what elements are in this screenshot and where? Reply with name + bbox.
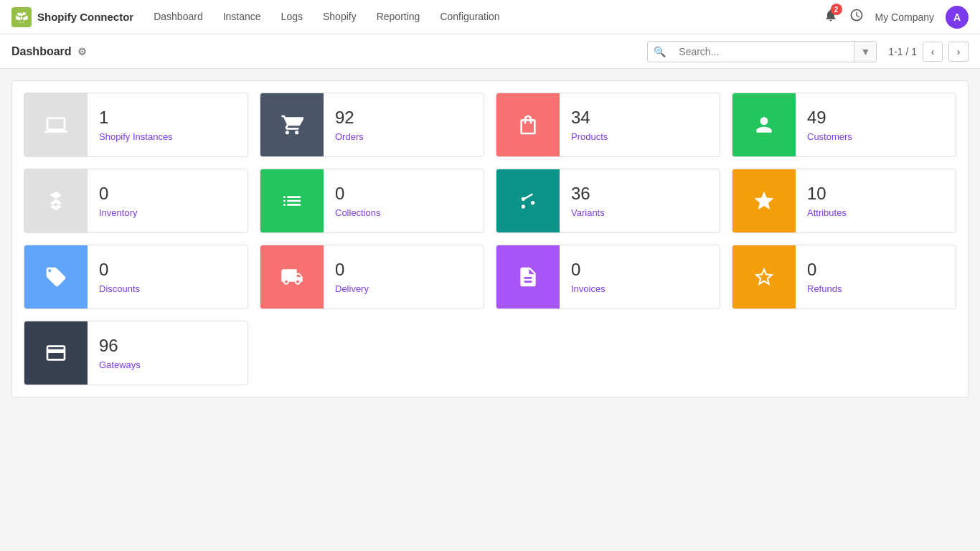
products-icon-block	[496, 93, 560, 156]
logo-icon	[11, 7, 32, 27]
refunds-body: 0Refunds	[796, 251, 956, 303]
discounts-icon-block	[24, 245, 88, 309]
shopify-instances-label: Shopify Instances	[99, 131, 173, 142]
page-title: Dashboard	[11, 45, 72, 58]
cards-grid: 1Shopify Instances92Orders34Products49Cu…	[24, 93, 956, 385]
orders-label: Orders	[335, 131, 364, 142]
search-dropdown-btn[interactable]: ▼	[854, 42, 876, 62]
settings-icon[interactable]: ⚙	[77, 46, 87, 57]
attributes-icon-block	[732, 169, 796, 232]
app-name: Shopify Connector	[37, 11, 133, 23]
navbar: Shopify Connector Dashboard Instance Log…	[0, 0, 980, 34]
attributes-count: 10	[807, 184, 826, 204]
card-delivery[interactable]: 0Delivery	[260, 245, 484, 309]
card-inventory[interactable]: 0Inventory	[24, 169, 248, 233]
card-variants[interactable]: 36Variants	[496, 169, 720, 233]
orders-body: 92Orders	[324, 99, 484, 151]
app-logo[interactable]: Shopify Connector	[11, 7, 133, 27]
card-products[interactable]: 34Products	[496, 93, 720, 157]
shopify-instances-body: 1Shopify Instances	[88, 99, 248, 151]
attributes-label: Attributes	[807, 207, 847, 218]
delivery-count: 0	[335, 260, 344, 281]
invoices-label: Invoices	[571, 283, 606, 294]
card-gateways[interactable]: 96Gateways	[24, 321, 248, 385]
prev-page-button[interactable]: ‹	[923, 42, 943, 62]
inventory-label: Inventory	[99, 207, 137, 218]
user-avatar[interactable]: A	[946, 6, 969, 29]
card-attributes[interactable]: 10Attributes	[732, 169, 956, 233]
variants-body: 36Variants	[560, 175, 720, 227]
dashboard-container: 1Shopify Instances92Orders34Products49Cu…	[11, 80, 969, 397]
next-page-button[interactable]: ›	[948, 42, 969, 62]
company-name[interactable]: My Company	[875, 11, 934, 23]
pagination: 1-1 / 1 ‹ ›	[888, 42, 969, 62]
gateways-count: 96	[99, 336, 118, 357]
card-customers[interactable]: 49Customers	[732, 93, 956, 157]
nav-dashboard[interactable]: Dashboard	[145, 0, 212, 34]
pagination-text: 1-1 / 1	[888, 46, 917, 57]
invoices-count: 0	[571, 260, 580, 281]
collections-icon-block	[260, 169, 324, 232]
shopify-instances-count: 1	[99, 108, 108, 128]
variants-count: 36	[571, 184, 590, 204]
clock-icon[interactable]	[849, 8, 864, 26]
search-input[interactable]	[672, 42, 854, 62]
notification-count: 2	[831, 4, 842, 15]
refunds-count: 0	[807, 260, 816, 281]
invoices-icon-block	[496, 245, 560, 309]
orders-count: 92	[335, 108, 354, 128]
subheader: Dashboard ⚙ 🔍 ▼ 1-1 / 1 ‹ ›	[0, 34, 980, 69]
nav-logs[interactable]: Logs	[273, 0, 311, 34]
clock-svg	[849, 8, 864, 22]
inventory-icon-block	[24, 169, 88, 232]
collections-body: 0Collections	[324, 175, 484, 227]
products-body: 34Products	[560, 99, 720, 151]
card-discounts[interactable]: 0Discounts	[24, 245, 248, 309]
inventory-count: 0	[99, 184, 108, 204]
gateways-icon-block	[24, 321, 88, 385]
nav-configuration[interactable]: Configuration	[431, 0, 508, 34]
discounts-label: Discounts	[99, 283, 140, 294]
page-title-section: Dashboard ⚙	[11, 45, 87, 58]
nav-instance[interactable]: Instance	[215, 0, 270, 34]
delivery-label: Delivery	[335, 283, 369, 294]
discounts-count: 0	[99, 260, 108, 281]
notification-bell[interactable]: 2	[824, 8, 838, 26]
search-container: 🔍 ▼	[647, 41, 877, 62]
nav-reporting[interactable]: Reporting	[368, 0, 429, 34]
invoices-body: 0Invoices	[560, 251, 720, 303]
card-collections[interactable]: 0Collections	[260, 169, 484, 233]
inventory-body: 0Inventory	[88, 175, 248, 227]
card-orders[interactable]: 92Orders	[260, 93, 484, 157]
customers-icon-block	[732, 93, 796, 156]
refunds-label: Refunds	[807, 283, 842, 294]
variants-label: Variants	[571, 207, 605, 218]
delivery-icon-block	[260, 245, 324, 309]
gateways-body: 96Gateways	[88, 327, 248, 379]
customers-count: 49	[807, 108, 826, 128]
collections-label: Collections	[335, 207, 381, 218]
collections-count: 0	[335, 184, 344, 204]
attributes-body: 10Attributes	[796, 175, 956, 227]
refunds-icon-block	[732, 245, 796, 309]
customers-body: 49Customers	[796, 99, 956, 151]
delivery-body: 0Delivery	[324, 251, 484, 303]
nav-right-section: 2 My Company A	[824, 6, 969, 29]
products-label: Products	[571, 131, 608, 142]
customers-label: Customers	[807, 131, 852, 142]
search-icon: 🔍	[648, 42, 672, 62]
card-invoices[interactable]: 0Invoices	[496, 245, 720, 309]
logo-svg	[15, 11, 28, 24]
shopify-instances-icon-block	[24, 93, 88, 156]
gateways-label: Gateways	[99, 359, 141, 370]
variants-icon-block	[496, 169, 560, 232]
orders-icon-block	[260, 93, 324, 156]
products-count: 34	[571, 108, 590, 128]
main-content: 1Shopify Instances92Orders34Products49Cu…	[0, 69, 980, 409]
card-shopify-instances[interactable]: 1Shopify Instances	[24, 93, 248, 157]
nav-shopify[interactable]: Shopify	[314, 0, 365, 34]
card-refunds[interactable]: 0Refunds	[732, 245, 956, 309]
discounts-body: 0Discounts	[88, 251, 248, 303]
